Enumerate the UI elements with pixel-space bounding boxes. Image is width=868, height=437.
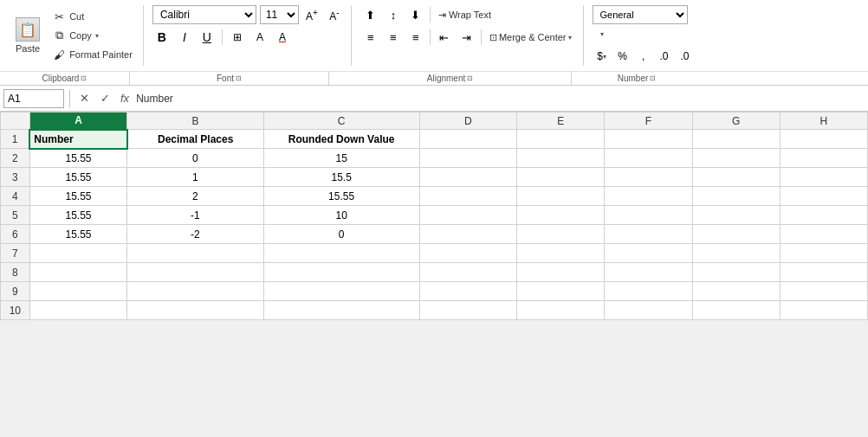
cell[interactable] (605, 263, 692, 282)
cell[interactable]: 15.55 (29, 149, 126, 168)
font-expand-icon[interactable]: ⊡ (236, 74, 242, 82)
merge-center-button[interactable]: ⊡ Merge & Center ▾ (485, 28, 576, 47)
cell[interactable] (692, 149, 780, 168)
increase-decimal-button[interactable]: .0 (655, 47, 674, 66)
col-header-d[interactable]: D (419, 112, 516, 130)
cell[interactable]: 2 (127, 187, 263, 206)
cell[interactable] (419, 282, 516, 301)
col-header-a[interactable]: A (29, 112, 126, 130)
paste-button[interactable]: 📋 Paste (10, 14, 45, 57)
cell[interactable] (419, 206, 516, 225)
bold-button[interactable]: B (152, 28, 172, 47)
row-header-4[interactable]: 4 (1, 187, 30, 206)
cell[interactable]: 1 (127, 168, 263, 187)
wrap-text-button[interactable]: ⇥ Wrap Text (434, 5, 496, 24)
cell[interactable] (692, 301, 780, 320)
cell[interactable] (517, 244, 605, 263)
cancel-formula-button[interactable]: ✕ (75, 90, 93, 107)
confirm-formula-button[interactable]: ✓ (96, 90, 113, 107)
cell[interactable] (29, 263, 126, 282)
cut-button[interactable]: ✂ Cut (49, 8, 136, 25)
increase-font-button[interactable]: A+ (302, 5, 321, 24)
col-header-g[interactable]: G (692, 112, 780, 130)
cell[interactable] (517, 206, 605, 225)
copy-button[interactable]: ⧉ Copy ▾ (49, 27, 136, 44)
cell[interactable] (605, 187, 692, 206)
cell[interactable] (605, 244, 692, 263)
cell[interactable] (780, 244, 867, 263)
cell[interactable]: 15 (263, 149, 419, 168)
cell[interactable] (127, 301, 263, 320)
cell[interactable]: Decimal Places (127, 130, 263, 149)
cell[interactable] (692, 225, 780, 244)
row-header-5[interactable]: 5 (1, 206, 30, 225)
cell[interactable]: 15.55 (29, 206, 126, 225)
cell[interactable] (419, 244, 516, 263)
col-header-h[interactable]: H (780, 112, 867, 130)
cell[interactable] (29, 282, 126, 301)
cell[interactable] (605, 130, 692, 149)
cell[interactable]: Rounded Down Value (263, 130, 419, 149)
cell[interactable] (419, 301, 516, 320)
accounting-format-button[interactable]: $ ▾ (593, 47, 612, 66)
cell[interactable] (127, 282, 263, 301)
cell[interactable]: 10 (263, 206, 419, 225)
col-header-e[interactable]: E (517, 112, 605, 130)
merge-dropdown-arrow[interactable]: ▾ (568, 34, 572, 42)
number-format-dropdown[interactable]: ▾ (593, 24, 612, 43)
cell[interactable]: 15.55 (29, 187, 126, 206)
cell[interactable] (419, 263, 516, 282)
cell[interactable] (780, 168, 867, 187)
cell[interactable] (419, 168, 516, 187)
number-expand-icon[interactable]: ⊡ (650, 74, 656, 82)
cell[interactable] (780, 206, 867, 225)
cell[interactable]: 15.55 (29, 168, 126, 187)
col-header-b[interactable]: B (127, 112, 263, 130)
cell[interactable] (605, 301, 692, 320)
comma-style-button[interactable]: , (634, 47, 653, 66)
cell[interactable] (517, 130, 605, 149)
col-header-f[interactable]: F (605, 112, 692, 130)
alignment-expand-icon[interactable]: ⊡ (467, 74, 473, 82)
cell[interactable] (517, 263, 605, 282)
row-header-1[interactable]: 1 (1, 130, 30, 149)
cell[interactable] (780, 130, 867, 149)
cell[interactable] (419, 225, 516, 244)
cell[interactable]: -2 (127, 225, 263, 244)
cell[interactable] (780, 187, 867, 206)
cell[interactable] (692, 282, 780, 301)
cell[interactable] (780, 301, 867, 320)
align-right-button[interactable]: ≡ (405, 28, 426, 47)
cell[interactable] (780, 225, 867, 244)
col-header-c[interactable]: C (263, 112, 419, 130)
italic-button[interactable]: I (175, 28, 194, 47)
cell[interactable] (692, 206, 780, 225)
font-size-select[interactable]: 11 (260, 5, 299, 24)
row-header-2[interactable]: 2 (1, 149, 30, 168)
cell[interactable]: 15.55 (263, 187, 419, 206)
cell[interactable]: 15.55 (29, 225, 126, 244)
indent-decrease-button[interactable]: ⇤ (434, 28, 455, 47)
cell[interactable] (127, 263, 263, 282)
format-painter-button[interactable]: 🖌 Format Painter (49, 46, 136, 63)
cell[interactable] (780, 263, 867, 282)
fill-color-button[interactable]: A (250, 28, 269, 47)
cell[interactable] (517, 282, 605, 301)
align-bottom-button[interactable]: ⬇ (405, 5, 426, 24)
cell[interactable] (692, 263, 780, 282)
cell[interactable] (517, 301, 605, 320)
cell[interactable] (605, 149, 692, 168)
cell-reference-box[interactable] (3, 89, 64, 108)
cell[interactable] (127, 244, 263, 263)
cell[interactable] (780, 282, 867, 301)
font-color-button[interactable]: A (273, 28, 292, 47)
cell[interactable] (419, 130, 516, 149)
cell[interactable] (692, 187, 780, 206)
decrease-font-button[interactable]: A- (325, 5, 344, 24)
align-center-button[interactable]: ≡ (383, 28, 404, 47)
cell[interactable]: 0 (263, 225, 419, 244)
cell[interactable] (780, 149, 867, 168)
cell[interactable]: 0 (127, 149, 263, 168)
clipboard-expand-icon[interactable]: ⊡ (81, 74, 87, 82)
cell[interactable] (692, 168, 780, 187)
